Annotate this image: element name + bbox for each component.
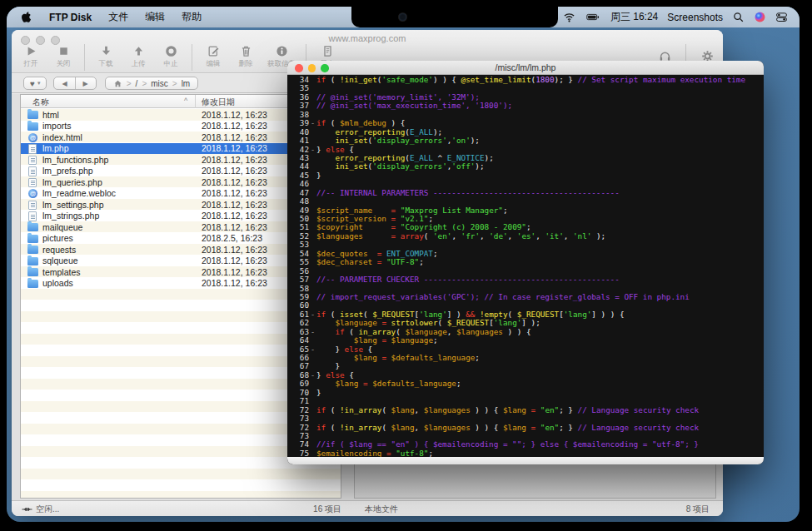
delete-button[interactable]: 删除 [235, 44, 257, 69]
breadcrumb-item[interactable]: / [136, 79, 138, 88]
clock[interactable]: 周三 16:24 [610, 10, 658, 24]
upload-button[interactable]: 上传 [127, 44, 149, 69]
line-number: 75 [287, 449, 309, 457]
edit-button[interactable]: 编辑 [202, 44, 224, 69]
fold-marker [309, 76, 316, 84]
fold-marker [309, 275, 316, 284]
file-date: 2018.1.12, 16:23 [202, 211, 267, 221]
app-menu-title[interactable]: FTP Disk [49, 12, 92, 23]
code-line: 52$languages = array( 'en', 'fr', 'de', … [287, 232, 764, 241]
chevron-right-icon: > [127, 79, 132, 88]
home-icon[interactable] [113, 79, 122, 88]
back-button[interactable]: ◀ [54, 80, 74, 87]
code-line: 47//-- INTERNAL PARAMETERS -------------… [287, 189, 764, 197]
wifi-icon[interactable] [563, 11, 575, 23]
code-text: $lang = $defaults_language; [316, 354, 480, 362]
fold-marker [309, 389, 316, 397]
toolbar-item-label: 上传 [132, 59, 146, 69]
fold-marker[interactable]: - [309, 371, 316, 380]
file-date: 2018.2.5, 16:23 [202, 233, 262, 243]
chevron-right-icon: > [172, 79, 177, 88]
doc-icon [27, 156, 38, 165]
code-line: 55$dec_charset = "UTF-8"; [287, 258, 764, 266]
menu-file[interactable]: 文件 [108, 10, 128, 24]
code-text: } [316, 171, 321, 180]
breadcrumb-item[interactable]: lm [182, 79, 191, 88]
file-date: 2018.1.12, 16:23 [202, 110, 267, 120]
fold-marker [309, 258, 316, 266]
code-text: // import_request_variables('GPC'); // I… [316, 293, 690, 301]
fold-marker[interactable]: - [309, 310, 316, 319]
code-line: 45} [287, 171, 764, 180]
file-name: templates [42, 267, 81, 277]
fold-marker [309, 432, 316, 440]
fold-marker[interactable]: - [309, 146, 316, 154]
toolbar-item-label: 下载 [99, 59, 113, 69]
ftp-statusbar: 空闲... 16 项目 本地文件 8 项目 [12, 500, 723, 516]
code-line: 70} [287, 389, 764, 397]
globe-icon: @ [27, 189, 38, 198]
abort-button[interactable]: 中止 [160, 44, 182, 69]
control-center-icon[interactable] [775, 11, 788, 23]
file-name: lm.php [42, 143, 69, 153]
play-button[interactable]: 打开 [20, 44, 42, 69]
fold-marker [309, 136, 316, 145]
code-text: if ( !in_array( $lang, $languages ) ) { … [316, 406, 699, 414]
code-line: 66 $lang = $defaults_language; [287, 354, 764, 362]
code-text: if ( !ini_get('safe_mode') ) { @set_time… [316, 76, 745, 84]
file-date: 2018.1.12, 16:23 [202, 256, 267, 266]
search-icon[interactable] [732, 11, 745, 23]
menu-edit[interactable]: 编辑 [145, 10, 165, 24]
delete-icon [239, 44, 253, 58]
doc-icon [27, 144, 38, 153]
file-name: uploads [42, 278, 73, 288]
display-notch [351, 7, 558, 27]
stop-button[interactable]: 关闭 [52, 44, 74, 69]
file-date: 2018.1.12, 16:23 [202, 121, 267, 131]
siri-icon[interactable] [754, 11, 766, 23]
menu-help[interactable]: 帮助 [182, 10, 202, 24]
code-text: $emailencoding = "utf-8"; [316, 449, 433, 457]
code-text: // @ini_set('max_execution_time', '1800'… [316, 102, 512, 110]
log-icon [321, 44, 335, 58]
forward-button[interactable]: ▶ [76, 80, 96, 87]
fold-marker [309, 84, 316, 92]
download-icon [99, 44, 113, 58]
code-text: //-- INTERNAL PARAMETERS ---------------… [316, 189, 620, 197]
upload-icon [132, 44, 146, 58]
code-text: $lang = $defaults_language; [316, 380, 461, 388]
fold-marker[interactable]: - [309, 345, 316, 354]
screenshots-menu-extra[interactable]: Screenshots [667, 12, 723, 23]
fold-marker [309, 223, 316, 231]
file-name: mailqueue [42, 222, 82, 232]
code-line: 41 ini_set('display_errors','on'); [287, 136, 764, 145]
fold-marker [309, 189, 316, 197]
edit-icon [207, 44, 221, 58]
download-button[interactable]: 下载 [95, 44, 117, 69]
local-pane-label: 本地文件 [365, 504, 398, 515]
status-idle-text: 空闲... [36, 504, 59, 515]
code-line: 59// import_request_variables('GPC'); //… [287, 293, 764, 301]
fold-marker [309, 241, 316, 249]
editor-titlebar[interactable]: /misc/lm/lm.php [287, 61, 764, 75]
file-date: 2018.1.12, 16:23 [202, 143, 267, 153]
editor-window: /misc/lm/lm.php 34if ( !ini_get('safe_mo… [287, 61, 764, 464]
fold-marker [309, 171, 316, 180]
column-header-name[interactable]: 名称 [32, 97, 49, 108]
favorites-button[interactable]: ♥ ▾ [23, 77, 47, 90]
fold-marker [309, 180, 316, 188]
desktop: FTP Disk 文件 编辑 帮助 周三 16:24 Screenshots [0, 0, 812, 531]
code-editor-area[interactable]: 34if ( !ini_get('safe_mode') ) { @set_ti… [287, 75, 764, 457]
fold-marker[interactable]: - [309, 328, 316, 336]
file-name: lm_queries.php [42, 177, 102, 187]
column-header-date[interactable]: 修改日期 [202, 97, 235, 108]
apple-icon[interactable] [20, 11, 32, 23]
doc-icon [27, 211, 38, 221]
battery-icon[interactable] [585, 11, 601, 23]
fold-marker[interactable]: - [309, 119, 316, 127]
code-text: $dec_charset = "UTF-8"; [316, 258, 424, 266]
screen: FTP Disk 文件 编辑 帮助 周三 16:24 Screenshots [7, 7, 800, 522]
column-divider[interactable] [195, 95, 196, 108]
sort-indicator-icon[interactable]: ^ [184, 97, 187, 105]
breadcrumb-item[interactable]: misc [151, 79, 168, 88]
